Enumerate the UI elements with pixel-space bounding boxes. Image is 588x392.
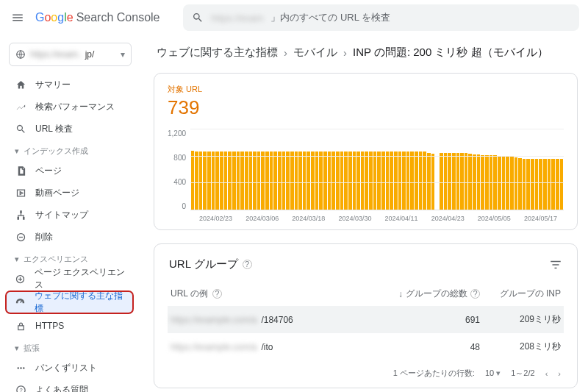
sidebar-item-label: 動画ページ	[35, 187, 79, 199]
property-selector[interactable]: https://exam. jp/ ▾	[9, 43, 132, 66]
chart-bars	[190, 129, 564, 210]
sidebar-item-label: 検索パフォーマンス	[35, 101, 115, 113]
chart-bar	[290, 152, 294, 210]
sidebar-item-lock[interactable]: HTTPS	[0, 315, 137, 337]
url-groups-table: URL の例 ? ↓ グループの総数 ? グループの INP https://e…	[168, 282, 564, 360]
chart-bar	[419, 152, 423, 210]
chart-bar	[406, 152, 410, 210]
y-tick: 800	[173, 154, 186, 162]
sidebar-item-sitemap[interactable]: サイトマップ	[0, 204, 137, 226]
sidebar-item-label: ページ	[35, 165, 62, 177]
sidebar-item-label: パンくずリスト	[35, 362, 97, 374]
product-logo: Google Search Console	[35, 11, 159, 24]
help-icon[interactable]: ?	[470, 289, 480, 299]
chart-bar	[551, 159, 555, 210]
chart-bar	[207, 152, 211, 210]
x-tick: 2024/02/23	[193, 215, 239, 222]
sidebar-item-video[interactable]: 動画ページ	[0, 182, 137, 204]
chart-bar	[282, 152, 286, 210]
group-inp: 208ミリ秒	[480, 341, 561, 353]
remove-icon	[15, 232, 26, 243]
chart-bar	[444, 153, 448, 210]
chart-bar	[361, 152, 365, 210]
chart-bar	[203, 152, 207, 210]
x-tick: 2024/04/11	[379, 215, 425, 222]
sidebar-group-label[interactable]: ▾ 拡張	[0, 337, 137, 357]
next-page-button[interactable]: ›	[558, 369, 561, 378]
table-pager: 1 ページあたりの行数: 10 ▾ 1～2/2 ‹ ›	[168, 360, 564, 380]
chart-bar	[286, 152, 290, 210]
col-header-url[interactable]: URL の例 ?	[171, 288, 384, 300]
chevron-down-icon: ▾	[121, 49, 125, 60]
breadcrumb-item[interactable]: モバイル	[293, 46, 337, 60]
sidebar: https://exam. jp/ ▾ サマリー検索パフォーマンスURL 検査 …	[0, 35, 143, 392]
chevron-down-icon: ▾	[15, 343, 19, 353]
group-count: 691	[384, 315, 480, 325]
url-inspect-search[interactable]: https://exam 」内のすべての URL を検査	[183, 4, 579, 31]
chart-bar	[344, 152, 348, 210]
sidebar-item-remove[interactable]: 削除	[0, 226, 137, 248]
chart-bar	[224, 152, 228, 210]
chart-bar	[232, 152, 236, 210]
url-prefix: https://example.com/a	[171, 342, 257, 352]
sitemap-icon	[15, 210, 26, 221]
col-header-inp[interactable]: グループの INP	[480, 288, 561, 300]
pages-icon	[15, 165, 26, 177]
chart-bar	[531, 159, 534, 210]
filter-icon	[549, 258, 562, 271]
table-row[interactable]: https://example.com/a/184706691209ミリ秒	[168, 306, 564, 333]
col-header-count[interactable]: ↓ グループの総数 ?	[384, 288, 480, 300]
product-name: Search Console	[76, 11, 160, 24]
sidebar-item-plus-circle[interactable]: ページ エクスペリエンス	[0, 268, 137, 290]
sidebar-item-label: サマリー	[35, 79, 71, 91]
sidebar-item-label: ウェブに関する主な指標	[35, 290, 124, 315]
prev-page-button[interactable]: ‹	[545, 369, 548, 378]
help-icon[interactable]: ?	[243, 260, 252, 269]
help-icon[interactable]: ?	[212, 289, 222, 299]
svg-point-6	[23, 367, 25, 369]
sidebar-item-breadcrumb[interactable]: パンくずリスト	[0, 357, 137, 379]
sidebar-group-label[interactable]: ▾ エクスペリエンス	[0, 248, 137, 268]
chart-bar	[195, 152, 198, 210]
breadcrumb-item[interactable]: ウェブに関する主な指標	[157, 46, 278, 60]
sidebar-item-faq[interactable]: ?よくある質問	[0, 379, 137, 392]
sidebar-item-label: HTTPS	[35, 321, 64, 331]
chart-bar	[311, 152, 315, 210]
chart-bar	[340, 152, 344, 210]
rows-per-page-select[interactable]: 10 ▾	[485, 368, 501, 378]
sidebar-item-label: サイトマップ	[35, 209, 88, 221]
sidebar-group-label[interactable]: ▾ インデックス作成	[0, 140, 137, 160]
sidebar-item-search[interactable]: URL 検査	[0, 118, 137, 140]
chart-bar	[514, 157, 518, 210]
url-prefix: https://example.com/a	[171, 315, 257, 325]
chart-bar	[543, 159, 547, 210]
sidebar-item-trend[interactable]: 検索パフォーマンス	[0, 96, 137, 118]
chart-bar	[323, 152, 327, 210]
x-tick: 2024/03/30	[331, 215, 378, 222]
x-tick: 2024/03/06	[239, 215, 285, 222]
chart-bar	[273, 152, 277, 210]
table-row[interactable]: https://example.com/a/ito48208ミリ秒	[168, 333, 564, 360]
chart-bar	[199, 152, 203, 210]
breadcrumb-sep-icon: ›	[284, 46, 287, 59]
chart-bar	[295, 152, 298, 210]
home-icon	[15, 79, 26, 90]
chevron-down-icon: ▾	[15, 146, 19, 156]
x-tick: 2024/03/18	[285, 215, 331, 222]
filter-button[interactable]	[549, 258, 562, 271]
sidebar-item-pages[interactable]: ページ	[0, 160, 137, 182]
x-tick: 2024/05/17	[517, 215, 564, 222]
chart-bar	[270, 152, 273, 210]
url-groups-card: URL グループ ? URL の例 ? ↓ グループの総数 ?	[154, 243, 578, 388]
sidebar-item-speed[interactable]: ウェブに関する主な指標	[6, 291, 133, 313]
chart-bar	[427, 153, 431, 210]
chart-bar	[431, 154, 435, 210]
search-hint-prefix: https://exam	[211, 13, 263, 24]
group-count: 48	[384, 342, 480, 352]
sidebar-item-home[interactable]: サマリー	[0, 74, 137, 96]
chart-card: 対象 URL 739 1,2008004000 2024/02/232024/0…	[154, 73, 578, 230]
hamburger-menu[interactable]	[9, 9, 26, 26]
plus-circle-icon	[15, 274, 26, 285]
chart-bar	[398, 152, 402, 210]
chart-bar	[215, 152, 219, 210]
